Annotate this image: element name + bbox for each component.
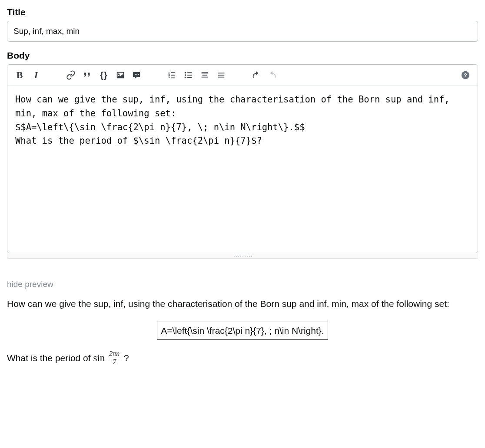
quote-button[interactable] [81,69,93,81]
undo-button[interactable] [250,69,262,81]
preview-frac-num: 2πn [108,350,120,358]
title-input[interactable] [7,21,478,42]
preview-math-display: A=\left{\sin \frac{2\pi n}{7}, ; n\in N\… [7,322,478,340]
preview-paragraph-1: How can we give the sup, inf, using the … [7,297,478,311]
bold-button[interactable]: B [13,69,26,81]
svg-point-5 [185,77,186,79]
numbered-list-button[interactable] [166,69,178,81]
editor-box: B I {} [7,64,478,253]
heading-button[interactable] [199,69,211,81]
preview-p2-suffix: ? [121,353,129,363]
image-button[interactable] [114,69,126,81]
grippie-dots-icon [233,254,252,257]
hr-button[interactable] [215,69,227,81]
redo-icon [268,70,277,80]
body-label: Body [7,50,478,61]
svg-point-4 [185,74,186,76]
svg-point-1 [136,74,137,75]
quote-icon [83,70,92,80]
body-textarea[interactable] [7,86,478,251]
resize-grippie[interactable] [7,253,478,259]
preview-paragraph-2: What is the period of sin 2πn7 ? [7,350,478,366]
help-button[interactable]: ? [459,69,472,81]
svg-text:?: ? [464,72,467,79]
undo-icon [251,70,261,80]
heading-icon [200,70,209,80]
hr-icon [216,70,226,80]
bullet-list-icon [183,70,193,80]
code-button[interactable]: {} [98,69,110,81]
italic-button[interactable]: I [30,69,42,81]
snippet-button[interactable] [131,69,143,81]
preview-fraction: 2πn7 [108,350,120,366]
help-icon: ? [461,70,470,80]
preview-p2-prefix: What is the period of [7,353,93,363]
link-button[interactable] [65,69,77,81]
preview-formula-box: A=\left{\sin \frac{2\pi n}{7}, ; n\in N\… [157,322,328,340]
hide-preview-link[interactable]: hide preview [7,280,53,289]
preview-frac-den: 7 [108,358,120,366]
preview-sin: sin [93,352,105,363]
preview-inline-math: sin 2πn7 [93,353,121,363]
svg-point-2 [138,74,139,75]
editor-toolbar: B I {} [7,65,478,86]
image-icon [116,70,125,80]
redo-button[interactable] [266,69,279,81]
title-label: Title [7,7,478,17]
link-icon [66,70,76,80]
svg-point-0 [135,74,136,75]
title-field-group: Title [7,7,478,42]
body-field-group: Body B I {} [7,50,478,259]
bullet-list-button[interactable] [182,69,194,81]
svg-point-3 [185,72,186,74]
numbered-list-icon [167,70,176,80]
snippet-icon [132,70,142,80]
preview-pane: How can we give the sup, inf, using the … [7,297,478,366]
